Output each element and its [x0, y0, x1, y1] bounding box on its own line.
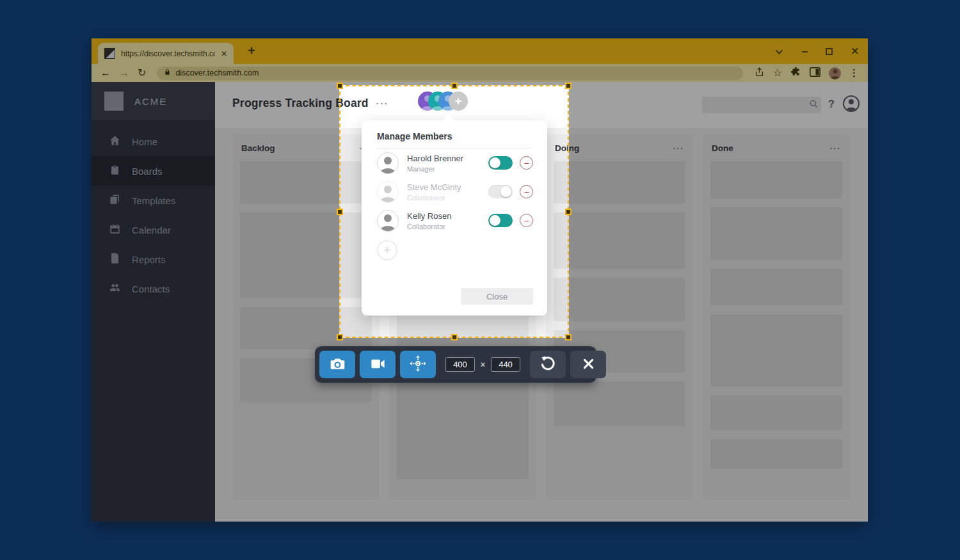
manage-members-popup: Manage Members Harold Brenner Manager − …	[362, 120, 547, 316]
member-role: Collaborator	[407, 194, 461, 202]
dimension-separator: ×	[481, 360, 485, 369]
selection-handle[interactable]	[337, 209, 343, 215]
member-row: Harold Brenner Manager −	[362, 148, 547, 177]
member-role: Collaborator	[407, 223, 451, 230]
restart-capture-button[interactable]	[530, 351, 566, 378]
camera-icon	[329, 355, 346, 374]
member-row: Kelly Rosen Collaborator −	[362, 206, 547, 235]
image-capture-button[interactable]	[319, 351, 355, 378]
toggle-knob	[500, 186, 511, 197]
move-selection-button[interactable]	[400, 351, 436, 378]
member-name: Kelly Rosen	[407, 211, 451, 221]
toggle-knob	[490, 157, 500, 168]
selection-handle[interactable]	[565, 83, 572, 89]
selection-handle[interactable]	[337, 83, 343, 89]
remove-member-button[interactable]: −	[520, 214, 533, 227]
member-avatar	[377, 152, 399, 174]
video-capture-button[interactable]	[360, 351, 396, 378]
member-role: Manager	[407, 165, 463, 173]
member-avatar	[377, 210, 399, 232]
close-x-icon	[582, 357, 595, 372]
reset-arrow-icon	[540, 355, 556, 374]
desktop: https://discover.techsmith.com ✕ + – ✕ ←…	[0, 0, 960, 560]
member-row: Steve McGinty Collaborator −	[362, 177, 547, 206]
dimension-inputs: ×	[445, 357, 520, 372]
dim-overlay	[0, 0, 960, 85]
selection-handle[interactable]	[565, 209, 572, 215]
move-crosshair-icon	[409, 355, 427, 374]
member-name: Steve McGinty	[407, 182, 461, 192]
video-camera-icon	[369, 355, 387, 374]
member-name: Harold Brenner	[407, 154, 463, 163]
selection-handle[interactable]	[337, 334, 343, 340]
member-toggle[interactable]	[488, 185, 513, 198]
dim-overlay	[0, 85, 339, 338]
popup-title: Manage Members	[362, 120, 547, 148]
width-input[interactable]	[445, 357, 475, 372]
cancel-capture-button[interactable]	[570, 351, 606, 378]
dim-overlay	[569, 85, 960, 338]
selection-handle[interactable]	[451, 334, 458, 340]
selection-handle[interactable]	[451, 83, 458, 89]
remove-member-button[interactable]: −	[520, 156, 533, 170]
member-toggle[interactable]	[488, 156, 513, 170]
add-member-button[interactable]: +	[377, 240, 397, 260]
toggle-knob	[490, 215, 500, 226]
member-toggle[interactable]	[488, 214, 513, 227]
member-avatar	[377, 181, 399, 203]
capture-toolbar: ×	[315, 346, 596, 383]
selection-handle[interactable]	[565, 334, 572, 340]
remove-member-button[interactable]: −	[520, 185, 533, 198]
close-button[interactable]: Close	[461, 288, 533, 305]
height-input[interactable]	[491, 357, 520, 372]
